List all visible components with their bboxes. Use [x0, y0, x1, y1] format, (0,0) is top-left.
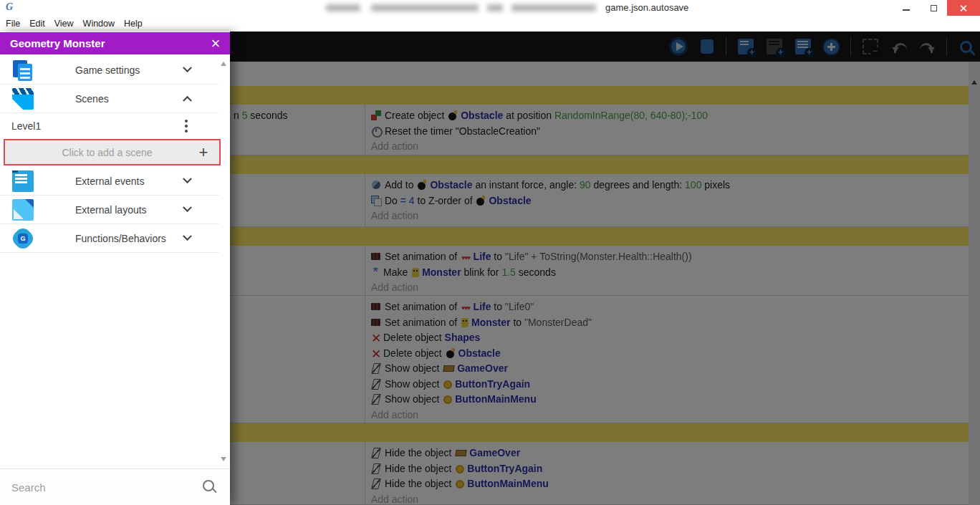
undo-button[interactable]: [889, 37, 908, 57]
object-link[interactable]: ButtonMainMenu: [455, 393, 537, 405]
object-link[interactable]: ButtonTryAgain: [467, 463, 542, 474]
hearts-icon: ♥♥♥: [461, 301, 470, 317]
search-button[interactable]: [956, 37, 976, 57]
add-comment-button[interactable]: +: [793, 37, 812, 57]
text-segment: Reset the timer "ObstacleCreation": [385, 125, 540, 137]
action-line[interactable]: Reset the timer "ObstacleCreation": [365, 124, 969, 140]
text-segment: Show object: [385, 362, 442, 374]
debug-button[interactable]: [697, 37, 716, 57]
object-link[interactable]: GameOver: [469, 447, 520, 458]
action-line[interactable]: Show object GameOver: [365, 361, 969, 377]
delete-action-icon: ✕: [371, 334, 380, 344]
button-icon: [443, 380, 452, 389]
minimize-button[interactable]: [893, 0, 920, 16]
redo-icon: [921, 42, 935, 52]
drawer-scrollbar[interactable]: [219, 57, 228, 466]
sidebar-item-label: Scenes: [21, 93, 184, 105]
scene-item-level1[interactable]: Level1: [0, 113, 219, 139]
text-segment: Add action: [371, 282, 418, 293]
anim-action-icon: [371, 302, 382, 312]
text-segment: RandomInRange(80, 640-80);-100: [554, 110, 708, 121]
action-line[interactable]: ✕Delete object Shapes: [365, 330, 969, 346]
add-action-link[interactable]: Add action: [365, 280, 969, 295]
add-action-link[interactable]: Add action: [365, 208, 969, 224]
title-bar: G game.json.autosave ✕: [0, 0, 980, 16]
gameover-icon: [443, 365, 455, 372]
object-link[interactable]: ButtonTryAgain: [455, 378, 530, 390]
action-line[interactable]: *Make Monster blink for 1.5 seconds: [365, 265, 969, 281]
app-logo-icon: G: [6, 1, 17, 13]
sidebar-item-functions-behaviors[interactable]: Functions/Behaviors: [0, 224, 219, 253]
object-link[interactable]: Life: [474, 251, 491, 262]
search-icon[interactable]: [201, 478, 218, 496]
functions-behaviors-icon: [12, 228, 34, 249]
text-segment: Add action: [371, 409, 418, 420]
action-line[interactable]: Set animation of ♥♥♥Life to "Life" + ToS…: [365, 249, 969, 265]
events-scrollbar[interactable]: [969, 62, 980, 505]
sidebar-item-label: Game settings: [21, 64, 184, 76]
add-event-button[interactable]: +: [736, 37, 755, 57]
drawer-header: Geometry Monster ×: [0, 32, 230, 54]
action-line[interactable]: Hide the object GameOver: [365, 446, 969, 461]
object-link[interactable]: Obstacle: [458, 347, 501, 359]
close-button[interactable]: ✕: [947, 0, 980, 16]
close-drawer-icon[interactable]: ×: [201, 36, 230, 52]
add-action-link[interactable]: Add action: [365, 408, 969, 423]
action-line[interactable]: Set animation of Monster to "MonsterDead…: [365, 315, 969, 331]
sidebar-item-external-layouts[interactable]: External layouts: [0, 196, 219, 224]
action-line[interactable]: Hide the object ButtonTryAgain: [365, 461, 969, 477]
object-link[interactable]: Obstacle: [461, 110, 503, 121]
menu-item-file[interactable]: File: [6, 19, 28, 29]
action-line[interactable]: Create object Obstacle at position Rando…: [365, 108, 969, 124]
action-line[interactable]: Add to Obstacle an instant force, angle:…: [365, 178, 969, 193]
scroll-up-icon[interactable]: [971, 80, 977, 85]
actions-column: Hide the object GameOverHide the object …: [365, 442, 969, 504]
action-line[interactable]: Do = 4 to Z-order of Obstacle: [365, 193, 969, 209]
restore-button[interactable]: [920, 0, 947, 16]
add-action-link[interactable]: Add action: [365, 139, 969, 155]
object-link[interactable]: Obstacle: [489, 195, 531, 206]
search-input[interactable]: [0, 481, 201, 494]
object-link[interactable]: ButtonMainMenu: [467, 478, 549, 489]
redo-button[interactable]: [918, 37, 937, 57]
object-link[interactable]: GameOver: [457, 362, 508, 374]
remove-selected-button[interactable]: −: [860, 37, 880, 57]
plus-icon[interactable]: +: [188, 143, 219, 162]
add-scene-row[interactable]: Click to add a scene +: [4, 139, 221, 165]
add-new-button[interactable]: [822, 37, 841, 57]
menu-item-help[interactable]: Help: [124, 19, 150, 29]
redacted-title-segment: [326, 4, 360, 11]
menu-item-view[interactable]: View: [54, 19, 82, 29]
object-link[interactable]: Shapes: [445, 332, 481, 343]
sidebar-item-label: External events: [21, 175, 184, 187]
action-line[interactable]: Show object ButtonMainMenu: [365, 392, 969, 408]
sidebar-item-game-settings[interactable]: Game settings: [0, 56, 219, 85]
play-button[interactable]: [668, 37, 688, 57]
actions-column: Set animation of ♥♥♥Life to "Life0"Set a…: [365, 296, 969, 423]
scroll-up-icon[interactable]: [221, 62, 226, 66]
action-line[interactable]: ✕Delete object Obstacle: [365, 346, 969, 362]
text-segment: 1.5: [501, 266, 515, 278]
condition-line[interactable]: n 5 seconds: [234, 108, 365, 124]
scroll-down-icon[interactable]: [221, 457, 226, 461]
sidebar-item-scenes[interactable]: Scenes: [0, 85, 219, 113]
menu-item-edit[interactable]: Edit: [29, 19, 53, 29]
menu-item-window[interactable]: Window: [83, 19, 123, 29]
action-line[interactable]: Hide the object ButtonMainMenu: [365, 476, 969, 492]
add-action-link[interactable]: Add action: [365, 492, 969, 505]
sidebar-item-external-events[interactable]: External events: [0, 167, 219, 196]
show-action-icon: [371, 363, 382, 373]
show-action-icon: [371, 394, 382, 404]
chevron-down-icon: [183, 231, 192, 241]
object-link[interactable]: Obstacle: [430, 179, 472, 191]
add-subevent-button[interactable]: +: [764, 37, 784, 57]
action-line[interactable]: Set animation of ♥♥♥Life to "Life0": [365, 299, 969, 315]
object-link[interactable]: Monster: [471, 317, 510, 328]
kebab-menu-icon[interactable]: [185, 125, 188, 128]
text-segment: n: [234, 110, 242, 121]
object-link[interactable]: Life: [474, 301, 491, 312]
text-segment: to Z-order of: [415, 195, 476, 206]
action-line[interactable]: Show object ButtonTryAgain: [365, 377, 969, 393]
text-segment: to: [491, 251, 504, 262]
object-link[interactable]: Monster: [422, 266, 461, 278]
